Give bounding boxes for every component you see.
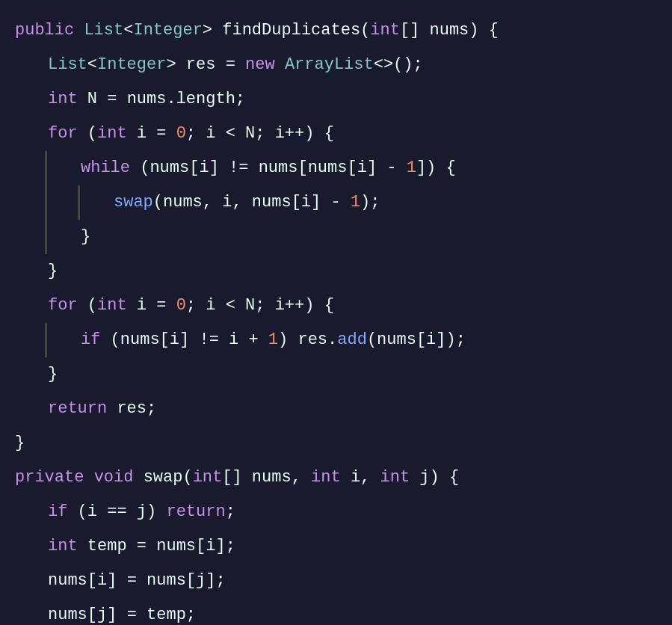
token: 0	[176, 117, 186, 151]
token: nums[nums[i]	[259, 151, 387, 185]
token: while	[81, 151, 130, 185]
token: (nums[i]);	[367, 323, 466, 357]
token: <>()	[374, 48, 413, 82]
token: private	[15, 461, 84, 495]
token: =	[156, 289, 176, 323]
indent-bar-1	[45, 323, 47, 357]
token: (	[78, 117, 97, 151]
token: =	[127, 598, 147, 625]
token: =	[156, 117, 176, 151]
token: int	[97, 289, 127, 323]
token: ]) {	[416, 151, 456, 185]
token: add	[337, 323, 367, 357]
token: nums	[127, 82, 167, 117]
indent-bar-1	[45, 185, 47, 220]
token: int	[48, 529, 78, 564]
token: swap	[114, 185, 153, 220]
token: int	[97, 117, 127, 151]
token: 0	[176, 289, 186, 323]
code-line: while (nums[i] != nums[nums[i] - 1]) {	[0, 151, 672, 185]
token: res;	[107, 392, 156, 426]
token: ;	[413, 48, 423, 82]
token: i	[127, 289, 157, 323]
token: 1	[351, 185, 360, 220]
code-line: nums[i] = nums[j];	[0, 564, 672, 598]
token: temp	[78, 529, 137, 564]
code-line: swap(nums, i, nums[i] - 1);	[0, 185, 672, 220]
token: temp;	[147, 598, 196, 625]
code-line: if (i == j) return;	[0, 495, 672, 529]
code-line: for (int i = 0; i < N; i++) {	[0, 289, 672, 323]
token: List	[84, 13, 123, 48]
code-line: nums[j] = temp;	[0, 598, 672, 625]
code-line: }	[0, 357, 672, 392]
token: swap(	[133, 461, 192, 495]
code-line: }	[0, 426, 672, 461]
token: 1	[407, 151, 416, 185]
token: Integer	[97, 48, 166, 82]
code-container: public List<Integer> findDuplicates(int[…	[0, 0, 672, 625]
token: Integer	[133, 13, 202, 48]
token: i	[229, 323, 248, 357]
token: <	[226, 117, 245, 151]
code-block: public List<Integer> findDuplicates(int[…	[0, 7, 672, 625]
token: j) {	[410, 461, 459, 495]
code-line: if (nums[i] != i + 1) res.add(nums[i]);	[0, 323, 672, 357]
token: for	[48, 289, 78, 323]
token: .length;	[166, 82, 245, 117]
token: =	[127, 564, 147, 598]
token: nums[i];	[156, 529, 235, 564]
indent-bar-2	[78, 185, 80, 220]
token: !=	[199, 323, 229, 357]
token: nums[j]	[48, 598, 127, 625]
token: -	[386, 151, 406, 185]
token: =	[107, 82, 126, 117]
token: (nums, i, nums[i]	[153, 185, 331, 220]
code-line: for (int i = 0; i < N; i++) {	[0, 117, 672, 151]
token: ArrayList	[285, 48, 374, 82]
indent-bar-1	[45, 220, 47, 254]
token: N	[78, 82, 108, 117]
token: ; i	[186, 117, 226, 151]
token: public	[15, 13, 84, 48]
token: return	[166, 495, 225, 529]
token: (i	[67, 495, 107, 529]
token: ; i	[186, 289, 226, 323]
token: !=	[229, 151, 259, 185]
token: if	[48, 495, 67, 529]
token: +	[248, 323, 268, 357]
token: }	[48, 357, 58, 392]
token: (nums[i]	[100, 323, 199, 357]
token: -	[330, 185, 350, 220]
token: j)	[137, 495, 167, 529]
token: new	[245, 48, 285, 82]
token: );	[360, 185, 380, 220]
token: int	[48, 82, 78, 117]
token: > res	[166, 48, 225, 82]
token: (	[78, 289, 97, 323]
token: List	[48, 48, 87, 82]
token: return	[48, 392, 107, 426]
token: }	[15, 426, 25, 461]
token: i,	[341, 461, 380, 495]
token: <	[87, 48, 97, 82]
code-line: }	[0, 220, 672, 254]
token: }	[48, 254, 58, 289]
token: nums[i]	[48, 564, 127, 598]
token: int	[370, 13, 400, 48]
token: =	[226, 48, 245, 82]
token: nums[j];	[147, 564, 226, 598]
code-line: int temp = nums[i];	[0, 529, 672, 564]
token: void	[94, 461, 134, 495]
token: [] nums,	[222, 461, 311, 495]
token: for	[48, 117, 78, 151]
token	[84, 461, 93, 495]
token: <	[123, 13, 133, 48]
token: int	[193, 461, 223, 495]
indent-bar-1	[45, 151, 47, 185]
token: <	[226, 289, 245, 323]
code-line: }	[0, 254, 672, 289]
token: [] nums) {	[400, 13, 499, 48]
token: ==	[107, 495, 137, 529]
token: int	[380, 461, 410, 495]
